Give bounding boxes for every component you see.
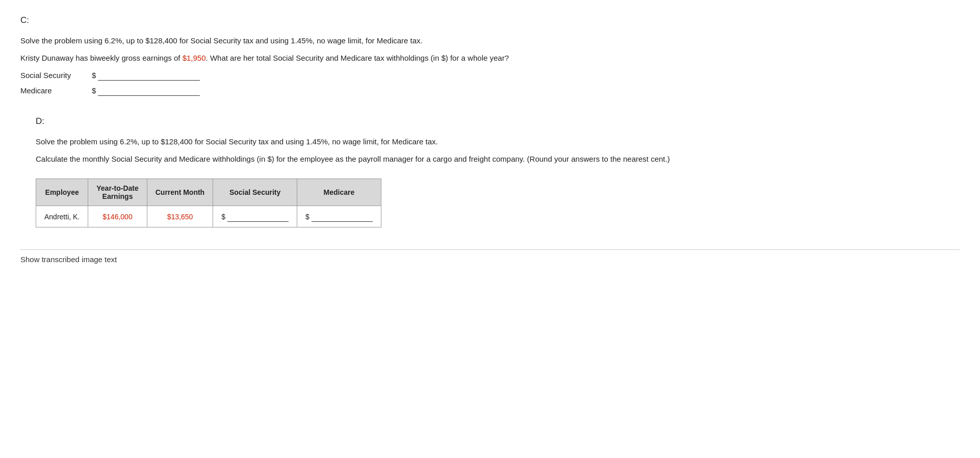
dollar-sign-ss: $ xyxy=(92,71,96,80)
cell-current-month: $13,650 xyxy=(147,206,213,227)
table-social-security-input[interactable] xyxy=(227,211,289,222)
table-medicare-input[interactable] xyxy=(312,211,373,222)
section-c-instruction: Solve the problem using 6.2%, up to $128… xyxy=(20,35,960,47)
table-header-row: Employee Year-to-DateEarnings Current Mo… xyxy=(36,179,381,206)
social-security-group: Social Security $ xyxy=(20,69,960,81)
payroll-table-wrapper: Employee Year-to-DateEarnings Current Mo… xyxy=(36,179,381,227)
medicare-cell-group: $ xyxy=(305,211,373,222)
table-row: Andretti, K. $146,000 $13,650 $ xyxy=(36,206,381,227)
section-d-content: Solve the problem using 6.2%, up to $128… xyxy=(36,136,960,229)
medicare-label: Medicare xyxy=(20,86,92,95)
social-security-input[interactable] xyxy=(98,69,200,81)
medicare-input[interactable] xyxy=(98,85,200,96)
social-security-label: Social Security xyxy=(20,71,92,80)
highlight-amount: $1,950 xyxy=(183,54,206,62)
col-header-employee: Employee xyxy=(36,179,88,206)
section-c-question: Kristy Dunaway has biweekly gross earnin… xyxy=(20,52,960,64)
cell-ytd: $146,000 xyxy=(88,206,147,227)
cell-social-security: $ xyxy=(213,206,297,227)
payroll-table: Employee Year-to-DateEarnings Current Mo… xyxy=(36,179,381,227)
section-d-label: D: xyxy=(36,116,960,126)
cell-employee: Andretti, K. xyxy=(36,206,88,227)
social-security-cell-group: $ xyxy=(221,211,289,222)
dollar-sign-medicare: $ xyxy=(92,86,96,95)
dollar-sign-table-ss: $ xyxy=(221,213,225,221)
medicare-group: Medicare $ xyxy=(20,85,960,96)
col-header-social-security: Social Security xyxy=(213,179,297,206)
show-transcribed-footer[interactable]: Show transcribed image text xyxy=(20,249,960,264)
section-c-label: C: xyxy=(20,15,960,26)
section-c: C: Solve the problem using 6.2%, up to $… xyxy=(20,15,960,96)
col-header-ytd: Year-to-DateEarnings xyxy=(88,179,147,206)
dollar-sign-table-medicare: $ xyxy=(305,213,310,221)
col-header-current-month: Current Month xyxy=(147,179,213,206)
col-header-medicare: Medicare xyxy=(297,179,381,206)
cell-medicare: $ xyxy=(297,206,381,227)
section-d-instruction: Solve the problem using 6.2%, up to $128… xyxy=(36,136,960,148)
section-d: D: Solve the problem using 6.2%, up to $… xyxy=(36,116,960,229)
section-d-question: Calculate the monthly Social Security an… xyxy=(36,153,960,165)
